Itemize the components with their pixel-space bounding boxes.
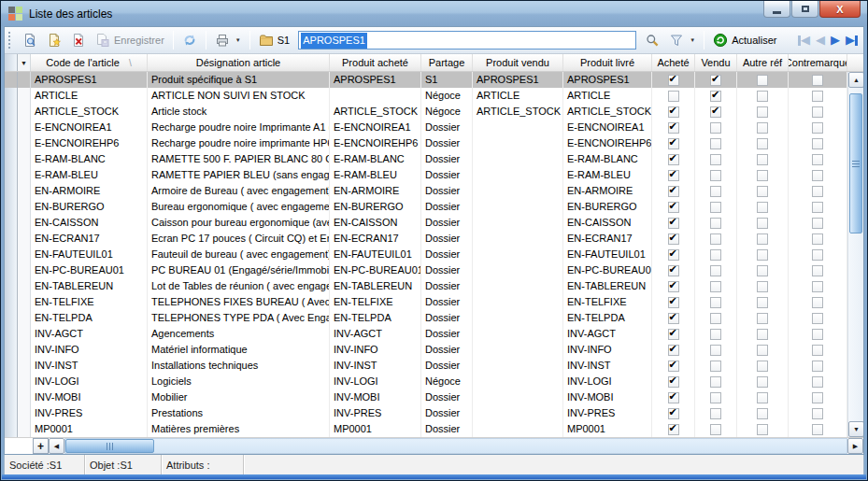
achete-checkbox[interactable]: ✔ [668,249,679,261]
achete-checkbox[interactable]: ✔ [668,313,679,324]
row-selector[interactable] [18,183,31,199]
contremarque-checkbox[interactable] [812,345,823,356]
first-record-button[interactable]: ◀ [798,33,810,48]
table-row[interactable]: INV-PRESPrestationsINV-PRESDossierINV-PR… [5,405,863,421]
vendu-checkbox[interactable]: ✔ [710,106,721,118]
print-dropdown-caret-icon[interactable]: ▼ [235,37,241,43]
vendu-checkbox[interactable] [710,376,721,388]
vendu-checkbox[interactable] [710,313,721,324]
achete-checkbox[interactable]: ✔ [668,106,679,118]
column-header-partage[interactable]: Partage [421,54,473,71]
filter-button[interactable]: ▼ [665,30,699,50]
column-header-code[interactable]: Code de l'article\ [31,54,148,71]
achete-checkbox[interactable] [668,91,679,102]
vendu-checkbox[interactable] [710,329,721,340]
row-selector[interactable] [18,120,31,135]
achete-checkbox[interactable]: ✔ [668,75,679,86]
vendu-checkbox[interactable] [710,297,721,308]
vendu-checkbox[interactable] [710,186,721,197]
vendu-checkbox[interactable]: ✔ [710,91,721,102]
contremarque-checkbox[interactable] [812,329,823,340]
minimize-button[interactable] [763,1,790,18]
autre-ref-checkbox[interactable] [757,138,768,149]
vendu-checkbox[interactable]: ✔ [710,75,721,86]
vertical-scrollbar-track[interactable] [848,88,863,421]
achete-checkbox[interactable]: ✔ [668,345,679,356]
contremarque-checkbox[interactable] [812,218,823,229]
autre-ref-checkbox[interactable] [757,249,768,261]
row-selector[interactable] [18,405,31,421]
achete-checkbox[interactable]: ✔ [668,361,679,372]
autre-ref-checkbox[interactable] [757,313,768,324]
row-selector[interactable] [18,294,31,310]
vertical-scrollbar[interactable]: ▲ ▼ [847,72,863,437]
table-row[interactable]: MP0001Matières premièresMP0001DossierMP0… [5,421,863,437]
search-button[interactable] [641,30,663,50]
scroll-right-button[interactable]: ▶ [847,438,863,454]
achete-checkbox[interactable]: ✔ [668,424,679,435]
table-row[interactable]: EN-CAISSONCaisson pour bureau ergonomiqu… [5,215,863,231]
row-selector[interactable] [18,421,31,437]
titlebar[interactable]: Liste des articles X [1,1,867,26]
vendu-checkbox[interactable] [710,361,721,372]
row-selector[interactable] [18,231,31,247]
table-row[interactable]: EN-TELFIXETELEPHONES FIXES BUREAU ( Avec… [5,294,863,310]
autre-ref-checkbox[interactable] [757,424,768,435]
vendu-checkbox[interactable] [710,122,721,134]
row-selector[interactable] [18,342,31,358]
scope-folder-button[interactable]: S1 [255,30,293,50]
row-selector[interactable] [18,151,31,167]
autre-ref-checkbox[interactable] [757,361,768,372]
row-selector[interactable] [18,310,31,326]
actualiser-button[interactable]: Actualiser [709,30,780,50]
toolbar-grip[interactable] [8,32,13,49]
table-row[interactable]: INV-MOBIMobilierINV-MOBIDossierINV-MOBI✔ [5,389,863,405]
row-selector[interactable] [18,167,31,183]
table-row[interactable]: ARTICLE_STOCKArticle stockARTICLE_STOCKN… [5,104,863,120]
row-selector[interactable] [18,262,31,278]
achete-checkbox[interactable]: ✔ [668,218,679,229]
vendu-checkbox[interactable] [710,154,721,165]
achete-checkbox[interactable]: ✔ [668,376,679,388]
achete-checkbox[interactable]: ✔ [668,392,679,403]
contremarque-checkbox[interactable] [812,265,823,276]
column-header-vendu[interactable]: Vendu [695,54,737,71]
autre-ref-checkbox[interactable] [757,281,768,292]
contremarque-checkbox[interactable] [812,233,823,245]
row-selector[interactable] [18,104,31,120]
table-row[interactable]: EN-FAUTEUIL01Fauteuil de bureau ( avec e… [5,247,863,262]
vendu-checkbox[interactable] [710,218,721,229]
column-header-produit-vendu[interactable]: Produit vendu [473,54,563,71]
horizontal-scrollbar-thumb[interactable] [65,439,154,453]
row-selector[interactable] [18,72,31,88]
column-header-produit-livre[interactable]: Produit livré [563,54,652,71]
row-selector[interactable] [18,199,31,215]
grid-options-dropdown[interactable]: ▼ [18,54,31,71]
next-record-button[interactable]: ▶ [831,33,840,48]
contremarque-checkbox[interactable] [812,154,823,165]
close-button[interactable]: X [819,1,861,18]
vendu-checkbox[interactable] [710,138,721,149]
column-header-autre-ref[interactable]: Autre réf [737,54,789,71]
achete-checkbox[interactable]: ✔ [668,154,679,165]
save-button[interactable]: Enregistrer [92,30,168,50]
achete-checkbox[interactable]: ✔ [668,265,679,276]
contremarque-checkbox[interactable] [812,408,823,419]
contremarque-checkbox[interactable] [812,186,823,197]
contremarque-checkbox[interactable] [812,202,823,213]
autre-ref-checkbox[interactable] [757,106,768,118]
column-header-produit-achete[interactable]: Produit acheté [330,54,421,71]
table-row[interactable]: INV-AGCTAgencementsINV-AGCTDossierINV-AG… [5,326,863,342]
achete-checkbox[interactable]: ✔ [668,138,679,149]
vendu-checkbox[interactable] [710,424,721,435]
achete-checkbox[interactable]: ✔ [668,233,679,245]
autre-ref-checkbox[interactable] [757,186,768,197]
autre-ref-checkbox[interactable] [757,233,768,245]
autre-ref-checkbox[interactable] [757,91,768,102]
autre-ref-checkbox[interactable] [757,392,768,403]
row-selector[interactable] [18,88,31,104]
contremarque-checkbox[interactable] [812,122,823,134]
row-selector[interactable] [18,358,31,374]
row-selector[interactable] [18,215,31,231]
row-selector[interactable] [18,247,31,262]
